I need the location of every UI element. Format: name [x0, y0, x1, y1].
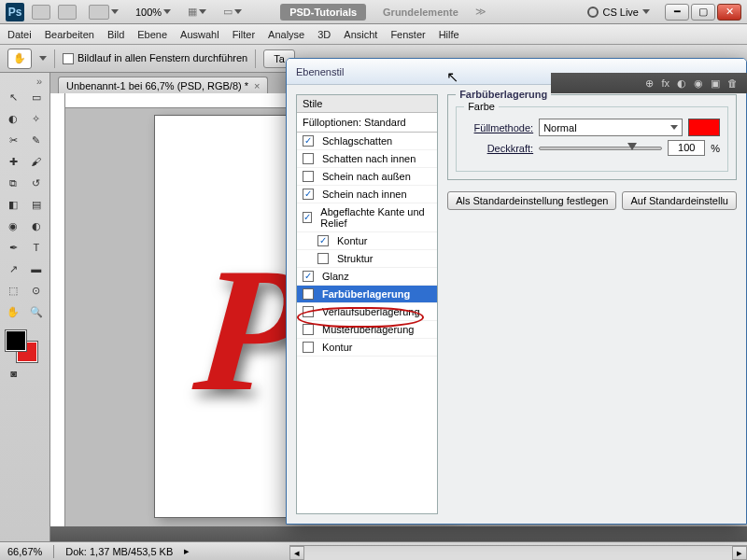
scroll-all-windows-checkbox[interactable]: Bildlauf in allen Fenstern durchführen — [63, 52, 247, 64]
minibridge-icon[interactable] — [58, 5, 77, 20]
style-item[interactable]: Schatten nach innen — [297, 150, 437, 168]
menu-hilfe[interactable]: Hilfe — [439, 29, 459, 40]
quickmask-tool[interactable]: ◙ — [2, 363, 25, 384]
eraser-tool[interactable]: ◧ — [2, 194, 25, 215]
style-checkbox[interactable] — [303, 135, 314, 147]
window-minimize-button[interactable]: ━ — [665, 4, 689, 21]
style-checkbox[interactable] — [317, 235, 329, 246]
dodge-tool[interactable]: ◐ — [25, 216, 49, 236]
panel-icon[interactable]: fx — [661, 77, 669, 89]
status-zoom[interactable]: 66,67% — [7, 546, 42, 557]
style-checkbox[interactable] — [303, 153, 314, 164]
wand-tool[interactable]: ✧ — [25, 108, 49, 129]
opacity-slider[interactable] — [539, 147, 662, 150]
menu-fenster[interactable]: Fenster — [390, 29, 425, 40]
hand-tool[interactable]: ✋ — [2, 301, 25, 322]
status-docsize[interactable]: Dok: 1,37 MB/453,5 KB — [65, 546, 173, 557]
shape-tool[interactable]: ▬ — [25, 259, 49, 279]
style-checkbox[interactable] — [303, 171, 314, 182]
blur-tool[interactable]: ◉ — [2, 216, 25, 236]
style-item[interactable]: Farbüberlagerung — [297, 286, 437, 303]
gradient-tool[interactable]: ▤ — [25, 194, 49, 215]
workspace-tab[interactable]: Grundelemente — [374, 4, 468, 21]
style-item[interactable]: Schein nach außen — [297, 168, 437, 186]
menu-filter[interactable]: Filter — [233, 29, 255, 40]
menu-datei[interactable]: Datei — [7, 29, 32, 40]
horizontal-scrollbar[interactable]: ◂▸ — [289, 545, 747, 560]
panel-icon[interactable]: ⊕ — [645, 77, 654, 90]
menu-auswahl[interactable]: Auswahl — [180, 29, 219, 40]
move-tool[interactable]: ↖ — [2, 87, 25, 107]
bridge-icon[interactable] — [32, 5, 50, 20]
style-checkbox[interactable] — [303, 324, 314, 335]
style-item[interactable]: Verlaufsüberlagerung — [297, 303, 437, 321]
status-menu-icon[interactable]: ▸ — [184, 545, 190, 557]
slider-thumb[interactable] — [627, 143, 637, 150]
menu-bearbeiten[interactable]: Bearbeiten — [45, 29, 94, 40]
style-checkbox[interactable] — [303, 271, 314, 282]
style-checkbox[interactable] — [303, 189, 314, 200]
zoom-tool[interactable]: 🔍 — [25, 301, 49, 322]
3d-camera-tool[interactable]: ⊙ — [25, 280, 49, 301]
style-checkbox[interactable] — [303, 342, 314, 353]
stamp-tool[interactable]: ⧉ — [2, 173, 25, 193]
3d-tool[interactable]: ⬚ — [2, 280, 25, 301]
marquee-tool[interactable]: ▭ — [25, 87, 49, 107]
tools-collapse-icon[interactable]: » — [2, 77, 48, 86]
make-default-button[interactable]: Als Standardeinstellung festlegen — [447, 191, 616, 210]
group-legend: Farbüberlagerung — [456, 89, 551, 100]
history-brush-tool[interactable]: ↺ — [25, 173, 49, 193]
menu-ebene[interactable]: Ebene — [137, 29, 167, 40]
panel-icon[interactable]: 🗑 — [727, 77, 738, 89]
window-close-button[interactable]: ✕ — [717, 4, 741, 21]
style-item[interactable]: Kontur — [297, 232, 437, 250]
view-extras-dropdown[interactable]: ▦ — [183, 4, 211, 20]
opacity-input[interactable]: 100 — [668, 140, 705, 156]
chevron-down-icon — [670, 125, 678, 130]
workspace-tab-active[interactable]: PSD-Tutorials — [280, 4, 366, 21]
style-checkbox[interactable] — [303, 288, 314, 300]
cslive-button[interactable]: CS Live — [587, 7, 650, 18]
style-item[interactable]: Musterüberlagerung — [297, 321, 437, 339]
workspace-more-icon[interactable]: ≫ — [475, 6, 486, 18]
blending-options-item[interactable]: Fülloptionen: Standard — [297, 113, 437, 133]
panel-icon[interactable]: ◉ — [694, 77, 703, 90]
pen-tool[interactable]: ✒ — [2, 237, 25, 258]
document-close-icon[interactable]: × — [254, 80, 260, 91]
style-checkbox[interactable] — [303, 212, 312, 223]
blend-mode-dropdown[interactable]: Normal — [539, 119, 683, 136]
overlay-color-swatch[interactable] — [688, 119, 720, 136]
eyedropper-tool[interactable]: ✎ — [25, 130, 49, 150]
panel-icon[interactable]: ◐ — [677, 77, 686, 90]
style-item[interactable]: Abgeflachte Kante und Relief — [297, 203, 437, 232]
style-item[interactable]: Glanz — [297, 268, 437, 286]
arrange-dropdown[interactable]: ▭ — [218, 4, 247, 20]
heal-tool[interactable]: ✚ — [2, 151, 25, 172]
window-maximize-button[interactable]: ▢ — [691, 4, 715, 21]
menu-ansicht[interactable]: Ansicht — [344, 29, 377, 40]
crop-tool[interactable]: ✂ — [2, 130, 25, 150]
reset-default-button[interactable]: Auf Standardeinstellu — [622, 191, 737, 210]
style-checkbox[interactable] — [317, 253, 329, 264]
screen-mode-dropdown[interactable] — [84, 3, 123, 21]
zoom-dropdown[interactable]: 100% — [131, 5, 176, 20]
brush-tool[interactable]: 🖌 — [25, 151, 49, 172]
style-item[interactable]: Kontur — [297, 339, 437, 357]
style-item[interactable]: Struktur — [297, 250, 437, 268]
menu-bild[interactable]: Bild — [107, 29, 124, 40]
style-item[interactable]: Schlagschatten — [297, 133, 437, 150]
document-tab[interactable]: Unbenannt-1 bei 66,7% (PSD, RGB/8) * × — [58, 77, 268, 94]
current-tool-icon[interactable]: ✋ — [7, 49, 32, 69]
tool-preset-dropdown[interactable] — [39, 56, 47, 61]
foreground-color-swatch[interactable] — [6, 330, 26, 351]
style-item[interactable]: Schein nach innen — [297, 186, 437, 203]
color-swatches[interactable] — [2, 327, 48, 362]
type-tool[interactable]: T — [25, 237, 49, 258]
lasso-tool[interactable]: ◐ — [2, 108, 25, 129]
path-select-tool[interactable]: ↗ — [2, 259, 25, 279]
ruler-vertical[interactable] — [50, 93, 65, 560]
menu-analyse[interactable]: Analyse — [268, 29, 304, 40]
style-checkbox[interactable] — [303, 306, 314, 317]
menu-3d[interactable]: 3D — [317, 29, 331, 40]
panel-icon[interactable]: ▣ — [711, 77, 720, 90]
